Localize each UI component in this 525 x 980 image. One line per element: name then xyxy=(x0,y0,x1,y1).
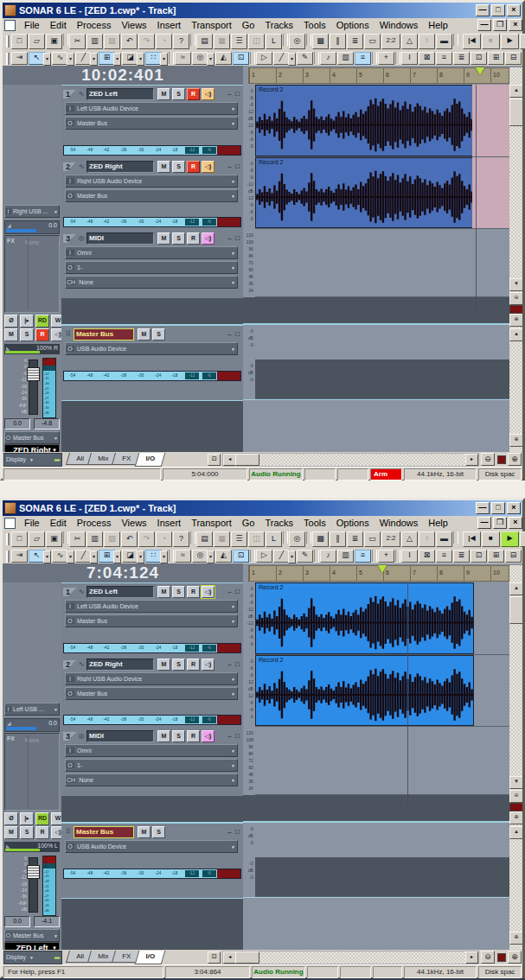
gain-slider[interactable]: ◢ 0.0 xyxy=(4,220,60,234)
volume-fader[interactable] xyxy=(29,857,38,913)
minimize-track-icon[interactable]: – xyxy=(226,89,234,99)
mdi-restore-button[interactable]: ❒ xyxy=(493,517,507,529)
process-audio[interactable]: ◎ xyxy=(289,531,305,547)
virtual-keyboard[interactable]: ▬ xyxy=(436,531,452,547)
minimize-track-icon[interactable]: – xyxy=(226,731,234,741)
menu-item[interactable]: Help xyxy=(423,19,453,31)
restore-track-icon[interactable]: □ xyxy=(234,162,241,172)
box-tool-2[interactable]: ⊞ xyxy=(488,550,504,563)
list-tool[interactable]: ≣ xyxy=(453,52,470,65)
fit-tracks[interactable]: ⊡ xyxy=(233,52,249,65)
note-tool[interactable]: ♪ xyxy=(320,550,336,563)
box-tool-3[interactable]: ⊟ xyxy=(505,52,522,65)
audio-clip[interactable]: Record 2 xyxy=(255,582,474,654)
menu-item[interactable]: Options xyxy=(331,517,375,529)
zoom-out-vertical-icon[interactable]: ⊖ xyxy=(509,292,522,305)
track-strip-3[interactable]: 3 ◎ MIDI M S R ◁) –□ IOmni▼O1-▼CHNone▼ xyxy=(61,728,243,797)
bus-strip[interactable]: ⠿ Master Bus M S –□ OUSB Audio Device▼ -… xyxy=(61,822,243,900)
crosshair-tool[interactable]: + xyxy=(378,52,394,65)
solo-button[interactable]: S xyxy=(152,826,165,838)
minimize-button[interactable]: — xyxy=(476,4,490,16)
next-button[interactable]: ▶| xyxy=(520,531,525,547)
sidebar-mute-button[interactable]: M xyxy=(4,328,18,341)
solo-button[interactable]: S xyxy=(172,659,185,671)
track-name[interactable]: MIDI xyxy=(86,730,154,742)
close-button[interactable]: × xyxy=(507,4,521,16)
menu-item[interactable]: Edit xyxy=(45,19,72,31)
envelope-tool[interactable]: ∿ xyxy=(52,52,68,65)
solo-button[interactable]: S xyxy=(172,88,185,100)
now-time-cursor[interactable] xyxy=(476,85,477,309)
sidebar-mute-button[interactable]: M xyxy=(4,826,18,839)
menu-item[interactable]: Views xyxy=(116,19,151,31)
menu-item[interactable]: Process xyxy=(72,517,117,529)
scrub-tool[interactable]: ≈ xyxy=(175,52,191,65)
io-dropdown[interactable]: OMaster Bus▼ xyxy=(65,614,238,627)
redo[interactable]: ↷ xyxy=(138,34,155,49)
save-file[interactable]: ▣ xyxy=(46,531,62,547)
rewind-button[interactable]: |◀ xyxy=(463,531,481,547)
arm-button[interactable]: R xyxy=(187,161,200,173)
cut[interactable]: ✂ xyxy=(69,531,86,547)
pattern-tool[interactable]: ∷ xyxy=(145,550,162,563)
zoom-in-horizontal-icon[interactable]: ⊕ xyxy=(508,453,522,466)
current-track-selector[interactable]: ZED Left▼ xyxy=(4,942,60,950)
sidebar-arm-button[interactable]: R xyxy=(35,328,49,341)
io-dropdown[interactable]: IRight USB Audio Device▼ xyxy=(65,175,238,188)
hscroll-thumb[interactable] xyxy=(235,951,259,964)
staff-view[interactable]: ▤ xyxy=(196,531,213,547)
menu-item[interactable]: Process xyxy=(72,19,117,31)
help[interactable]: ? xyxy=(173,34,189,49)
mdi-close-button[interactable]: × xyxy=(509,517,522,529)
track-strip-2[interactable]: 2 ∿ ZED Right M S R ◁) –□ IRight USB Aud… xyxy=(61,656,243,728)
restore-track-icon[interactable]: □ xyxy=(234,89,241,99)
volume-fader[interactable] xyxy=(29,360,38,415)
menu-item[interactable]: File xyxy=(19,517,45,529)
solo-button[interactable]: S xyxy=(172,586,185,598)
scroll-right-icon[interactable]: ▸ xyxy=(465,454,478,466)
horizontal-scrollbar[interactable]: ◂ ▸ xyxy=(222,453,479,467)
toolbar-grip[interactable] xyxy=(6,550,10,563)
piano-roll-view[interactable]: ▦ xyxy=(214,34,230,49)
sidebar-solo-button[interactable]: S xyxy=(20,328,34,341)
read-automation-button[interactable]: RD xyxy=(35,812,49,825)
minimize-track-icon[interactable]: – xyxy=(226,587,234,597)
big-time-view[interactable]: ≣ xyxy=(347,531,363,547)
open-file[interactable]: ▱ xyxy=(29,34,45,49)
track-view[interactable]: ▩ xyxy=(312,531,329,547)
menu-item[interactable]: Help xyxy=(423,517,453,529)
menu-item[interactable]: Go xyxy=(237,19,260,31)
read-automation-button[interactable]: RD xyxy=(35,315,49,328)
title-bar[interactable]: SONAR 6 LE - [ZED 1.cwp* - Track] — □ × xyxy=(3,500,522,516)
rows-tool[interactable]: ≡ xyxy=(436,550,452,563)
bus-strip[interactable]: ⠿ Master Bus M S –□ OUSB Audio Device▼ -… xyxy=(61,324,243,402)
ibeam-tool[interactable]: I xyxy=(401,550,418,563)
scroll-thumb[interactable] xyxy=(509,99,522,126)
grid-tool[interactable]: ⊠ xyxy=(419,550,435,563)
box-tool-1[interactable]: ⊡ xyxy=(471,550,487,563)
fader-thumb[interactable] xyxy=(27,367,40,381)
markers-view[interactable]: ▭ xyxy=(364,531,381,547)
minimize-button[interactable]: — xyxy=(476,502,490,514)
vertical-scrollbar[interactable]: ▲ ▼ ⊖ ⊕ ▲ ⊕ xyxy=(509,565,522,950)
zoom-in-horizontal-icon[interactable]: ⊕ xyxy=(508,951,522,964)
zoom-tool[interactable]: ◎ xyxy=(192,550,208,563)
menu-item[interactable]: File xyxy=(19,19,45,31)
io-dropdown[interactable]: OMaster Bus▼ xyxy=(65,117,238,130)
io-dropdown[interactable]: IRight USB Audio Device▼ xyxy=(65,672,238,685)
input-echo-button[interactable]: ◁) xyxy=(202,232,214,245)
play-button[interactable]: ▶ xyxy=(501,34,519,49)
fit-tracks[interactable]: ⊡ xyxy=(233,550,249,563)
mute-button[interactable]: M xyxy=(157,88,170,100)
bus-name[interactable]: Master Bus xyxy=(74,826,134,838)
cut[interactable]: ✂ xyxy=(69,34,86,49)
io-dropdown[interactable]: CHNone▼ xyxy=(65,276,238,289)
chart-tool[interactable]: ▥ xyxy=(337,550,354,563)
envelope-tool[interactable]: ∿ xyxy=(52,550,68,563)
io-dropdown[interactable]: O1-▼ xyxy=(65,759,238,772)
menu-item[interactable]: Windows xyxy=(375,19,424,31)
staff-view[interactable]: ▤ xyxy=(196,34,213,49)
metronome[interactable]: △ xyxy=(401,531,418,547)
crosshair-tool[interactable]: + xyxy=(378,550,394,563)
minimize-track-icon[interactable]: – xyxy=(226,827,234,837)
